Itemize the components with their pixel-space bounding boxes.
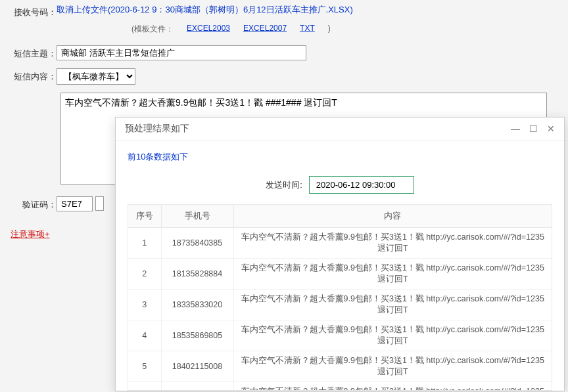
cell-seq: 4	[128, 320, 161, 351]
cell-phone: 18535869805	[161, 320, 233, 351]
send-time-row: 发送时间:	[128, 176, 552, 194]
modal-subtitle[interactable]: 前10条数据如下	[128, 151, 552, 163]
captcha-label: 验证码：	[11, 196, 57, 211]
subject-row: 短信主题：	[0, 41, 568, 64]
th-phone: 手机号	[161, 205, 233, 228]
cancel-upload-link[interactable]: 取消上传文件(2020-6-12 9：30商城部（郭树明）6月12日活跃车主推广…	[57, 4, 353, 16]
cell-content: 车内空气不清新？超大香薰9.9包邮！买3送1！戳 http://yc.caris…	[233, 382, 552, 391]
cell-phone: 18135836878	[161, 382, 233, 391]
table-row: 518402115008车内空气不清新？超大香薰9.9包邮！买3送1！戳 htt…	[128, 351, 552, 382]
send-time-label: 发送时间:	[266, 179, 302, 191]
th-content: 内容	[233, 205, 552, 228]
cell-phone: 18135828884	[161, 259, 233, 290]
subject-input[interactable]	[57, 45, 306, 60]
cell-content: 车内空气不清新？超大香薰9.9包邮！买3送1！戳 http://yc.caris…	[233, 290, 552, 320]
template-close-paren: )	[328, 24, 331, 35]
captcha-input[interactable]	[57, 196, 93, 211]
preview-table: 序号 手机号 内容 118735840385车内空气不清新？超大香薰9.9包邮！…	[128, 205, 552, 391]
close-icon[interactable]: ✕	[547, 123, 555, 134]
notes-link[interactable]: 注意事项+	[0, 229, 50, 239]
template-links: (模板文件： EXCEL2003 EXCEL2007 TXT )	[0, 24, 568, 35]
table-row: 418535869805车内空气不清新？超大香薰9.9包邮！买3送1！戳 htt…	[128, 320, 552, 351]
content-row: 短信内容： 【枫车微养车】	[0, 64, 568, 89]
preview-modal: 预处理结果如下 — ☐ ✕ 前10条数据如下 发送时间: 序号 手机号 内容 1…	[115, 117, 565, 391]
cell-phone: 18402115008	[161, 351, 233, 382]
modal-body: 前10条数据如下 发送时间: 序号 手机号 内容 118735840385车内空…	[116, 141, 564, 391]
template-txt-link[interactable]: TXT	[300, 24, 315, 35]
cell-content: 车内空气不清新？超大香薰9.9包邮！买3送1！戳 http://yc.caris…	[233, 259, 552, 290]
template-file-label: (模板文件：	[131, 24, 174, 35]
table-row: 118735840385车内空气不清新？超大香薰9.9包邮！买3送1！戳 htt…	[128, 228, 552, 259]
preview-table-wrap: 序号 手机号 内容 118735840385车内空气不清新？超大香薰9.9包邮！…	[128, 204, 552, 391]
content-label: 短信内容：	[11, 68, 57, 83]
cell-seq: 1	[128, 228, 161, 259]
maximize-icon[interactable]: ☐	[529, 123, 538, 134]
minimize-icon[interactable]: —	[511, 123, 520, 134]
cell-seq: 6	[128, 382, 161, 391]
cell-phone: 18335833020	[161, 290, 233, 320]
table-row: 618135836878车内空气不清新？超大香薰9.9包邮！买3送1！戳 htt…	[128, 382, 552, 391]
template-excel2003-link[interactable]: EXCEL2003	[187, 24, 230, 35]
modal-title: 预处理结果如下	[125, 123, 189, 135]
table-row: 218135828884车内空气不清新？超大香薰9.9包邮！买3送1！戳 htt…	[128, 259, 552, 290]
cell-content: 车内空气不清新？超大香薰9.9包邮！买3送1！戳 http://yc.caris…	[233, 228, 552, 259]
cell-content: 车内空气不清新？超大香薰9.9包邮！买3送1！戳 http://yc.caris…	[233, 351, 552, 382]
recv-number-label: 接收号码：	[11, 4, 57, 18]
table-row: 318335833020车内空气不清新？超大香薰9.9包邮！买3送1！戳 htt…	[128, 290, 552, 320]
captcha-refresh-button[interactable]	[95, 196, 104, 211]
cell-content: 车内空气不清新？超大香薰9.9包邮！买3送1！戳 http://yc.caris…	[233, 320, 552, 351]
cell-seq: 3	[128, 290, 161, 320]
template-excel2007-link[interactable]: EXCEL2007	[243, 24, 287, 35]
modal-header: 预处理结果如下 — ☐ ✕	[116, 118, 564, 141]
content-select[interactable]: 【枫车微养车】	[57, 68, 135, 85]
th-seq: 序号	[128, 205, 161, 228]
send-time-input[interactable]	[309, 176, 414, 194]
cell-phone: 18735840385	[161, 228, 233, 259]
recv-number-row: 接收号码： 取消上传文件(2020-6-12 9：30商城部（郭树明）6月12日…	[0, 0, 568, 22]
cell-seq: 2	[128, 259, 161, 290]
cell-seq: 5	[128, 351, 161, 382]
subject-label: 短信主题：	[11, 45, 57, 60]
